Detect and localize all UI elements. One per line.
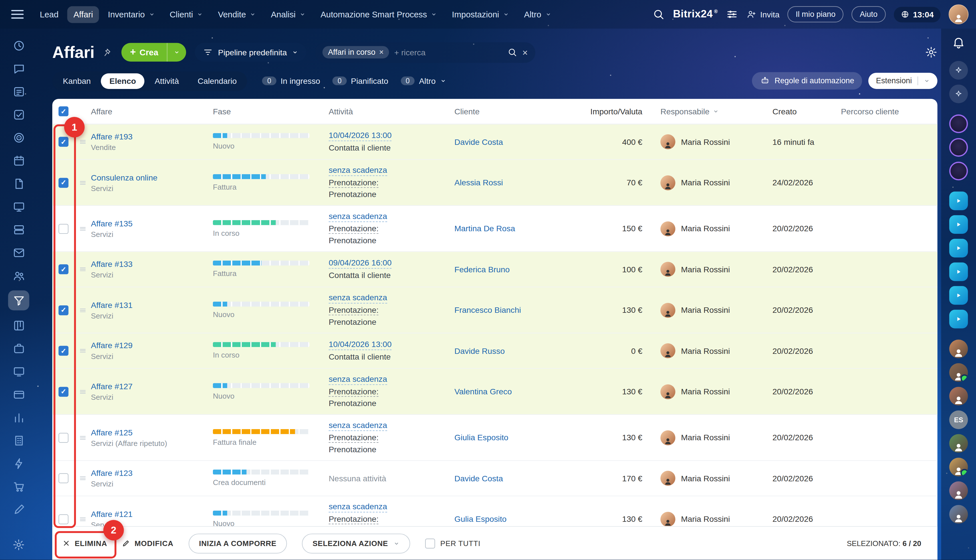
- rail-group-avatar[interactable]: [949, 114, 968, 133]
- nav-item-analisi[interactable]: Analisi: [264, 6, 312, 23]
- deal-name-link[interactable]: Affare #125: [91, 428, 132, 437]
- counter-altro[interactable]: 0Altro: [401, 76, 446, 85]
- row-checkbox[interactable]: [58, 433, 69, 443]
- sidebar-item-card[interactable]: [8, 386, 29, 402]
- rail-widget-icon[interactable]: [949, 61, 968, 80]
- client-link[interactable]: Francesco Bianchi: [455, 305, 521, 315]
- row-checkbox[interactable]: [58, 473, 69, 483]
- notifications-bell-icon[interactable]: [952, 36, 966, 50]
- column-header-fase[interactable]: Fase: [213, 107, 329, 116]
- column-header-cliente[interactable]: Cliente: [455, 107, 562, 116]
- drag-handle-icon[interactable]: [79, 265, 87, 274]
- table-row[interactable]: Affare #129 Servizi In corso 10/04/2026 …: [52, 333, 938, 369]
- drag-handle-icon[interactable]: [79, 224, 87, 233]
- nav-item-affari[interactable]: Affari: [67, 6, 99, 23]
- create-dropdown-arrow[interactable]: [167, 43, 186, 61]
- activity-deadline-link[interactable]: senza scadenza: [329, 502, 387, 512]
- table-row[interactable]: Affare #121 Servizi Nuovo senza scadenza…: [52, 497, 938, 527]
- column-header-creato[interactable]: Creato: [755, 107, 823, 116]
- rail-avatar[interactable]: [949, 481, 968, 500]
- sidebar-settings-gear-icon[interactable]: [13, 538, 25, 551]
- nav-item-altro[interactable]: Altro: [518, 6, 557, 23]
- rail-group-avatar[interactable]: [949, 162, 968, 180]
- my-plan-button[interactable]: Il mio piano: [788, 6, 844, 23]
- sidebar-item-drive[interactable]: [8, 221, 29, 238]
- search-icon[interactable]: [652, 8, 665, 20]
- row-checkbox[interactable]: [58, 137, 69, 147]
- deal-name-link[interactable]: Affare #127: [91, 382, 132, 391]
- invite-button[interactable]: Invita: [747, 9, 780, 19]
- help-button[interactable]: Aiuto: [852, 6, 886, 23]
- deal-name-link[interactable]: Affare #135: [91, 219, 132, 228]
- client-link[interactable]: Gulia Esposito: [455, 514, 506, 524]
- sidebar-item-feed[interactable]: [8, 83, 29, 100]
- sidebar-item-funnel[interactable]: [8, 290, 29, 310]
- deal-name-link[interactable]: Affare #133: [91, 260, 132, 269]
- activity-deadline-link[interactable]: senza scadenza: [329, 374, 387, 385]
- sidebar-item-people[interactable]: [8, 267, 29, 284]
- rail-channel-tile[interactable]: [949, 192, 968, 210]
- sidebar-item-mail[interactable]: [8, 244, 29, 261]
- activity-deadline-link[interactable]: 10/04/2026 13:00: [329, 131, 392, 141]
- nav-item-clienti[interactable]: Clienti: [164, 6, 209, 23]
- column-header-responsabile[interactable]: Responsabile: [642, 107, 755, 116]
- column-header-importo[interactable]: Importo/Valuta: [562, 107, 642, 116]
- rail-widget-icon[interactable]: [949, 85, 968, 103]
- row-checkbox[interactable]: [58, 514, 69, 524]
- edit-button[interactable]: MODIFICA: [122, 539, 174, 548]
- pin-icon[interactable]: [103, 48, 113, 57]
- rail-avatar[interactable]: [949, 387, 968, 405]
- table-row[interactable]: Affare #193 Vendite Nuovo 10/04/2026 13:…: [52, 124, 938, 160]
- clear-search-icon[interactable]: ×: [522, 47, 528, 58]
- drag-handle-icon[interactable]: [79, 137, 87, 146]
- rail-channel-tile[interactable]: [949, 262, 968, 281]
- rail-avatar-initials[interactable]: ES: [949, 411, 968, 429]
- row-checkbox[interactable]: [58, 387, 69, 397]
- activity-deadline-link[interactable]: senza scadenza: [329, 165, 387, 176]
- row-checkbox[interactable]: [58, 264, 69, 274]
- rail-channel-tile[interactable]: [949, 286, 968, 305]
- rail-group-avatar[interactable]: [949, 138, 968, 157]
- rail-avatar[interactable]: [949, 340, 968, 358]
- drag-handle-icon[interactable]: [79, 306, 87, 315]
- menu-icon[interactable]: [11, 10, 24, 19]
- activity-deadline-link[interactable]: senza scadenza: [329, 212, 387, 222]
- tab-elenco[interactable]: Elenco: [101, 73, 145, 89]
- drag-handle-icon[interactable]: [79, 387, 87, 396]
- activity-deadline-link[interactable]: senza scadenza: [329, 420, 387, 431]
- table-row[interactable]: Affare #133 Servizi Fattura 09/04/2026 1…: [52, 252, 938, 287]
- for-all-checkbox[interactable]: PER TUTTI: [425, 538, 480, 548]
- table-row[interactable]: Affare #131 Servizi Nuovo senza scadenza…: [52, 287, 938, 333]
- nav-item-automazione-smart-process[interactable]: Automazione Smart Process: [314, 6, 443, 23]
- activity-deadline-link[interactable]: senza scadenza: [329, 293, 387, 303]
- deal-name-link[interactable]: Affare #123: [91, 468, 132, 478]
- search-icon[interactable]: [507, 47, 517, 57]
- row-checkbox[interactable]: [58, 223, 69, 233]
- sidebar-item-chart[interactable]: [8, 409, 29, 425]
- column-header-percorso[interactable]: Percorso cliente: [823, 107, 937, 116]
- sidebar-item-calendar[interactable]: [8, 152, 29, 168]
- compose-button[interactable]: INIZIA A COMPORRE: [188, 533, 287, 553]
- tab-calendario[interactable]: Calendario: [189, 73, 246, 89]
- rail-avatar[interactable]: [949, 363, 968, 382]
- sidebar-item-chat[interactable]: [8, 60, 29, 77]
- select-action-dropdown[interactable]: SELEZIONA AZIONE: [302, 533, 410, 553]
- client-link[interactable]: Davide Russo: [455, 346, 505, 355]
- row-checkbox[interactable]: [58, 178, 69, 188]
- select-all-checkbox[interactable]: [58, 107, 69, 116]
- create-button[interactable]: +Crea: [121, 43, 186, 61]
- nav-item-inventario[interactable]: Inventario: [102, 6, 161, 23]
- filter-chip[interactable]: Affari in corso×: [323, 46, 389, 58]
- clock-widget[interactable]: 13:04: [894, 7, 941, 22]
- sidebar-item-cart[interactable]: [8, 478, 29, 494]
- sidebar-item-monitor[interactable]: [8, 363, 29, 380]
- column-header-attivita[interactable]: Attività: [329, 107, 455, 116]
- tab-attivit-[interactable]: Attività: [146, 73, 187, 89]
- automation-rules-button[interactable]: Regole di automazione: [752, 72, 862, 90]
- drag-handle-icon[interactable]: [79, 515, 87, 523]
- deal-name-link[interactable]: Consulenza online: [91, 173, 157, 182]
- settings-sliders-icon[interactable]: [726, 8, 739, 20]
- client-link[interactable]: Valentina Greco: [455, 387, 512, 396]
- counter-pianificato[interactable]: 0Pianificato: [333, 76, 388, 85]
- for-all-checkbox-box[interactable]: [425, 538, 435, 548]
